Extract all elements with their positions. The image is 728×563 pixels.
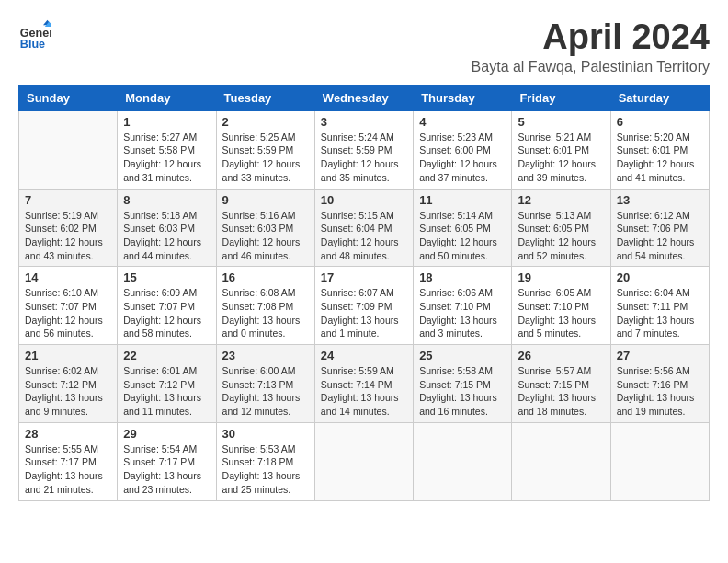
calendar-week-row: 21Sunrise: 6:02 AMSunset: 7:12 PMDayligh… [19, 345, 710, 423]
day-info: Sunrise: 5:21 AMSunset: 6:01 PMDaylight:… [518, 131, 604, 185]
day-info: Sunrise: 6:01 AMSunset: 7:12 PMDaylight:… [123, 364, 210, 419]
col-monday: Monday [118, 85, 216, 110]
table-row: 12Sunrise: 5:13 AMSunset: 6:05 PMDayligh… [512, 189, 610, 267]
col-saturday: Saturday [610, 85, 709, 110]
day-number: 8 [123, 193, 210, 207]
table-row [414, 422, 512, 500]
table-row: 5Sunrise: 5:21 AMSunset: 6:01 PMDaylight… [512, 110, 610, 189]
day-number: 22 [123, 349, 210, 362]
col-friday: Friday [512, 85, 610, 110]
table-row: 15Sunrise: 6:09 AMSunset: 7:07 PMDayligh… [118, 267, 216, 345]
calendar-subtitle: Bayta al Fawqa, Palestinian Territory [472, 59, 710, 75]
calendar-title: April 2024 [472, 18, 710, 57]
calendar-week-row: 14Sunrise: 6:10 AMSunset: 7:07 PMDayligh… [19, 267, 710, 345]
table-row: 8Sunrise: 5:18 AMSunset: 6:03 PMDaylight… [118, 189, 216, 267]
col-wednesday: Wednesday [314, 85, 413, 110]
day-number: 25 [419, 349, 506, 362]
day-info: Sunrise: 5:19 AMSunset: 6:02 PMDaylight:… [25, 209, 111, 263]
day-number: 13 [617, 193, 703, 207]
day-number: 6 [617, 115, 703, 129]
table-row: 16Sunrise: 6:08 AMSunset: 7:08 PMDayligh… [216, 267, 314, 345]
day-info: Sunrise: 5:58 AMSunset: 7:15 PMDaylight:… [419, 364, 506, 419]
day-info: Sunrise: 5:13 AMSunset: 6:05 PMDaylight:… [518, 209, 604, 263]
day-info: Sunrise: 6:12 AMSunset: 7:06 PMDaylight:… [617, 209, 703, 263]
day-number: 12 [518, 193, 604, 207]
day-number: 27 [617, 349, 703, 362]
day-number: 23 [222, 349, 309, 362]
header-row: Sunday Monday Tuesday Wednesday Thursday… [19, 85, 710, 110]
day-info: Sunrise: 5:15 AMSunset: 6:04 PMDaylight:… [321, 209, 407, 263]
table-row: 20Sunrise: 6:04 AMSunset: 7:11 PMDayligh… [610, 267, 709, 345]
day-number: 14 [25, 270, 111, 284]
day-number: 18 [419, 270, 506, 284]
day-info: Sunrise: 6:10 AMSunset: 7:07 PMDaylight:… [25, 286, 111, 340]
table-row: 27Sunrise: 5:56 AMSunset: 7:16 PMDayligh… [610, 345, 709, 423]
calendar-table: Sunday Monday Tuesday Wednesday Thursday… [18, 85, 710, 501]
day-number: 7 [25, 193, 111, 207]
day-info: Sunrise: 5:59 AMSunset: 7:14 PMDaylight:… [321, 364, 407, 419]
day-number: 4 [419, 115, 506, 129]
calendar-week-row: 28Sunrise: 5:55 AMSunset: 7:17 PMDayligh… [19, 422, 710, 500]
day-info: Sunrise: 6:06 AMSunset: 7:10 PMDaylight:… [419, 286, 506, 340]
table-row: 28Sunrise: 5:55 AMSunset: 7:17 PMDayligh… [19, 422, 118, 500]
calendar-week-row: 1Sunrise: 5:27 AMSunset: 5:58 PMDaylight… [19, 110, 710, 189]
calendar-week-row: 7Sunrise: 5:19 AMSunset: 6:02 PMDaylight… [19, 189, 710, 267]
svg-text:Blue: Blue [20, 38, 45, 51]
logo: General Blue [18, 18, 51, 52]
table-row [512, 422, 610, 500]
table-row: 30Sunrise: 5:53 AMSunset: 7:18 PMDayligh… [216, 422, 314, 500]
day-info: Sunrise: 5:16 AMSunset: 6:03 PMDaylight:… [222, 209, 309, 263]
day-info: Sunrise: 6:07 AMSunset: 7:09 PMDaylight:… [321, 286, 407, 340]
page-header: General Blue April 2024 Bayta al Fawqa, … [18, 18, 710, 75]
day-number: 20 [617, 270, 703, 284]
day-number: 10 [321, 193, 407, 207]
col-sunday: Sunday [19, 85, 118, 110]
day-info: Sunrise: 6:08 AMSunset: 7:08 PMDaylight:… [222, 286, 309, 340]
day-number: 30 [222, 427, 309, 441]
day-info: Sunrise: 6:04 AMSunset: 7:11 PMDaylight:… [617, 286, 703, 340]
table-row: 2Sunrise: 5:25 AMSunset: 5:59 PMDaylight… [216, 110, 314, 189]
day-number: 11 [419, 193, 506, 207]
table-row: 18Sunrise: 6:06 AMSunset: 7:10 PMDayligh… [414, 267, 512, 345]
table-row: 19Sunrise: 6:05 AMSunset: 7:10 PMDayligh… [512, 267, 610, 345]
table-row [314, 422, 413, 500]
day-info: Sunrise: 5:27 AMSunset: 5:58 PMDaylight:… [123, 131, 210, 185]
table-row: 10Sunrise: 5:15 AMSunset: 6:04 PMDayligh… [314, 189, 413, 267]
col-tuesday: Tuesday [216, 85, 314, 110]
table-row: 7Sunrise: 5:19 AMSunset: 6:02 PMDaylight… [19, 189, 118, 267]
day-number: 2 [222, 115, 309, 129]
day-number: 29 [123, 427, 210, 441]
day-info: Sunrise: 5:53 AMSunset: 7:18 PMDaylight:… [222, 442, 309, 497]
day-number: 1 [123, 115, 210, 129]
table-row: 14Sunrise: 6:10 AMSunset: 7:07 PMDayligh… [19, 267, 118, 345]
table-row: 26Sunrise: 5:57 AMSunset: 7:15 PMDayligh… [512, 345, 610, 423]
table-row: 29Sunrise: 5:54 AMSunset: 7:17 PMDayligh… [118, 422, 216, 500]
col-thursday: Thursday [414, 85, 512, 110]
day-info: Sunrise: 5:56 AMSunset: 7:16 PMDaylight:… [617, 364, 703, 419]
title-block: April 2024 Bayta al Fawqa, Palestinian T… [472, 18, 710, 75]
table-row: 3Sunrise: 5:24 AMSunset: 5:59 PMDaylight… [314, 110, 413, 189]
day-info: Sunrise: 5:20 AMSunset: 6:01 PMDaylight:… [617, 131, 703, 185]
day-number: 28 [25, 427, 111, 441]
table-row: 24Sunrise: 5:59 AMSunset: 7:14 PMDayligh… [314, 345, 413, 423]
day-info: Sunrise: 5:57 AMSunset: 7:15 PMDaylight:… [518, 364, 604, 419]
day-number: 21 [25, 349, 111, 362]
table-row: 6Sunrise: 5:20 AMSunset: 6:01 PMDaylight… [610, 110, 709, 189]
day-info: Sunrise: 5:23 AMSunset: 6:00 PMDaylight:… [419, 131, 506, 185]
day-info: Sunrise: 6:05 AMSunset: 7:10 PMDaylight:… [518, 286, 604, 340]
day-info: Sunrise: 5:55 AMSunset: 7:17 PMDaylight:… [25, 442, 111, 497]
table-row: 4Sunrise: 5:23 AMSunset: 6:00 PMDaylight… [414, 110, 512, 189]
table-row [19, 110, 118, 189]
table-row [610, 422, 709, 500]
logo-icon: General Blue [18, 18, 51, 52]
day-number: 15 [123, 270, 210, 284]
day-info: Sunrise: 6:09 AMSunset: 7:07 PMDaylight:… [123, 286, 210, 340]
table-row: 11Sunrise: 5:14 AMSunset: 6:05 PMDayligh… [414, 189, 512, 267]
table-row: 13Sunrise: 6:12 AMSunset: 7:06 PMDayligh… [610, 189, 709, 267]
day-number: 24 [321, 349, 407, 362]
day-info: Sunrise: 5:25 AMSunset: 5:59 PMDaylight:… [222, 131, 309, 185]
day-info: Sunrise: 5:54 AMSunset: 7:17 PMDaylight:… [123, 442, 210, 497]
table-row: 1Sunrise: 5:27 AMSunset: 5:58 PMDaylight… [118, 110, 216, 189]
day-info: Sunrise: 6:00 AMSunset: 7:13 PMDaylight:… [222, 364, 309, 419]
day-info: Sunrise: 6:02 AMSunset: 7:12 PMDaylight:… [25, 364, 111, 419]
